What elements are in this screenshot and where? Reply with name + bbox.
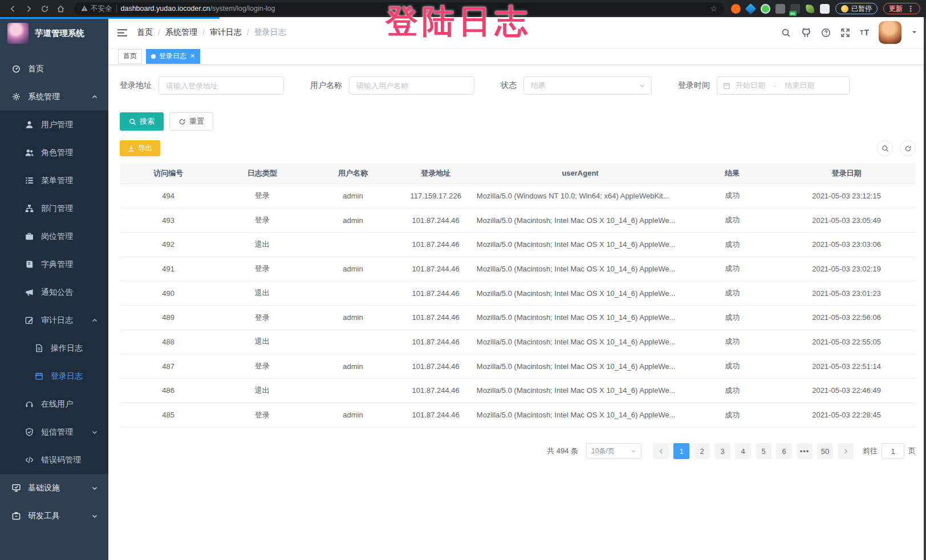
app-logo[interactable]: 芋道管理系统 [0,17,108,49]
cell-address: 101.87.244.46 [399,330,473,354]
sidebar-item-dev-tools[interactable]: 研发工具 [0,502,108,530]
bookmark-star-icon[interactable]: ☆ [710,4,717,13]
status-filter-select[interactable]: 结果 [523,76,652,95]
refresh-table-button[interactable] [900,140,916,156]
page-button-3[interactable]: 3 [714,443,730,459]
forward-icon[interactable] [22,2,35,15]
hamburger-icon[interactable] [117,27,128,38]
sidebar-item-operation-log[interactable]: 操作日志 [0,334,108,362]
sidebar-item-label: 错误码管理 [41,455,81,465]
table-row[interactable]: 493登录admin101.87.244.46Mozilla/5.0 (Maci… [120,208,916,233]
extension-green-circle-icon[interactable] [761,4,770,14]
fullscreen-icon[interactable] [840,28,850,38]
sidebar-item-post-mgmt[interactable]: 岗位管理 [0,222,108,250]
goto-page-input[interactable] [882,443,904,459]
update-label: 更新 [889,4,903,14]
extension-orange-icon[interactable] [731,4,741,14]
cell-type: 登录 [217,354,307,379]
home-icon[interactable] [54,2,67,15]
export-button[interactable]: 导出 [120,140,160,156]
reload-icon[interactable] [38,2,51,15]
back-icon[interactable] [6,2,19,15]
sidebar-item-sms-mgmt[interactable]: 短信管理 [0,418,108,446]
sidebar-item-online-users[interactable]: 在线用户 [0,390,108,418]
sidebar-item-audit-log[interactable]: 审计日志 [0,306,108,334]
next-page-button[interactable] [838,443,854,459]
table-row[interactable]: 488退出101.87.244.46Mozilla/5.0 (Macintosh… [120,330,916,354]
extension-puzzle-icon[interactable] [820,4,830,14]
breadcrumb-system[interactable]: 系统管理 [165,27,197,38]
search-button[interactable]: 搜索 [120,112,164,131]
sidebar-item-label: 审计日志 [41,315,73,326]
extension-list-icon[interactable]: on [790,4,800,14]
tag-login-log[interactable]: 登录日志 ✕ [146,49,200,64]
table-row[interactable]: 494登录admin117.159.17.226Mozilla/5.0 (Win… [120,184,916,208]
sidebar-item-system-mgmt[interactable]: 系统管理 [0,83,108,111]
cell-type: 退出 [217,232,307,257]
search-icon[interactable] [781,28,791,38]
breadcrumb-audit[interactable]: 审计日志 [210,27,242,38]
page-button-5[interactable]: 5 [756,443,771,459]
refresh-icon [904,145,912,152]
cell-address: 101.87.244.46 [399,305,473,330]
reset-button-label: 重置 [189,116,204,127]
page-button-1[interactable]: 1 [673,443,689,459]
sidebar-item-dict-mgmt[interactable]: 字典管理 [0,250,108,278]
cell-result: 成功 [687,305,777,330]
sidebar-item-login-log[interactable]: 登录日志 [0,362,108,390]
address-filter-input[interactable] [159,76,284,95]
table-row[interactable]: 492退出101.87.244.46Mozilla/5.0 (Macintosh… [120,232,916,257]
page-button-2[interactable]: 2 [694,443,710,459]
sidebar-item-dept-mgmt[interactable]: 部门管理 [0,194,108,222]
github-icon[interactable] [801,27,811,38]
sidebar-item-role-mgmt[interactable]: 角色管理 [0,139,108,167]
cell-user [307,330,398,354]
window-scrollbar[interactable] [924,17,926,560]
table-row[interactable]: 487登录admin101.87.244.46Mozilla/5.0 (Maci… [120,354,916,379]
gear-icon [11,92,21,101]
sidebar-item-menu-mgmt[interactable]: 菜单管理 [0,167,108,194]
extension-grid-icon[interactable] [775,4,785,14]
pagination-ellipsis-icon[interactable]: ••• [797,443,813,459]
sidebar-item-error-code-mgmt[interactable]: 错误码管理 [0,446,108,474]
table-row[interactable]: 489登录admin101.87.244.46Mozilla/5.0 (Maci… [120,305,916,330]
extension-leaf-icon[interactable] [806,5,814,13]
paused-badge[interactable]: 已暂停 [835,3,878,14]
page-button-6[interactable]: 6 [776,443,792,459]
page-size-select[interactable]: 10条/页 [586,443,641,459]
sidebar-item-label: 登录日志 [51,371,83,382]
help-icon[interactable] [821,28,831,38]
extension-blue-diamond-icon[interactable] [745,3,756,14]
page-button-last[interactable]: 50 [817,443,833,459]
cell-type: 退出 [217,330,307,354]
table-row[interactable]: 486退出101.87.244.46Mozilla/5.0 (Macintosh… [120,379,916,403]
prev-page-button[interactable] [653,443,669,459]
reset-button[interactable]: 重置 [169,112,213,131]
logo-image [7,23,29,44]
sidebar-item-user-mgmt[interactable]: 用户管理 [0,111,108,139]
close-icon[interactable]: ✕ [190,52,195,60]
not-secure-warning[interactable]: 不安全 [81,4,112,14]
toggle-search-button[interactable] [877,140,893,156]
breadcrumb-home[interactable]: 首页 [137,27,153,38]
sidebar-item-home[interactable]: 首页 [0,55,108,83]
username-filter-input[interactable] [349,76,474,95]
user-avatar[interactable] [879,21,901,44]
date-range-picker[interactable]: 开始日期 - 结束日期 [717,76,850,95]
tag-home[interactable]: 首页 [118,49,142,64]
sidebar-item-label: 短信管理 [41,427,73,437]
cell-date: 2021-05-03 23:02:19 [777,257,916,281]
login-log-table: 访问编号 日志类型 用户名称 登录地址 userAgent 结果 登录日期 49… [120,163,916,427]
table-row[interactable]: 490退出101.87.244.46Mozilla/5.0 (Macintosh… [120,281,916,306]
font-size-icon[interactable]: TT [860,28,869,37]
update-button[interactable]: 更新 ⋮ [883,3,920,14]
sidebar-item-infrastructure[interactable]: 基础设施 [0,474,108,502]
browser-menu-icon[interactable]: ⋮ [907,4,915,13]
page-button-4[interactable]: 4 [735,443,751,459]
sidebar-item-notice[interactable]: 通知公告 [0,278,108,306]
cell-type: 登录 [217,208,307,233]
status-filter-label: 状态 [501,80,517,91]
table-row[interactable]: 485登录admin101.87.244.46Mozilla/5.0 (Maci… [120,403,916,427]
table-row[interactable]: 491登录admin101.87.244.46Mozilla/5.0 (Maci… [120,257,916,281]
chevron-down-icon[interactable] [911,27,917,38]
